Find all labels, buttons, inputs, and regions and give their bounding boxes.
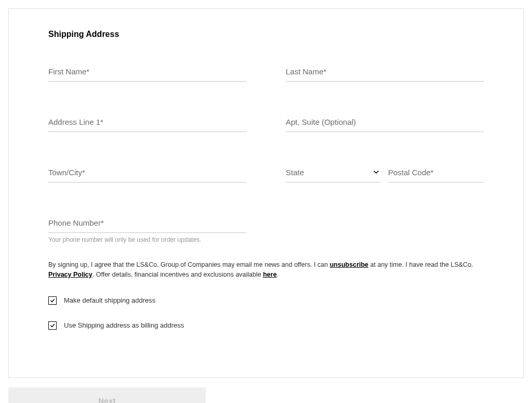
- address-line-1-input[interactable]: [48, 115, 246, 132]
- apt-field-wrap: [286, 115, 484, 132]
- legal-part1: By signing up, I agree that the LS&Co. G…: [48, 261, 330, 268]
- checkbox-use-as-billing-label: Use Shipping address as billing address: [64, 321, 184, 329]
- checkbox-default-shipping-label: Make default shipping address: [64, 296, 155, 304]
- last-name-input[interactable]: [286, 65, 484, 82]
- phone-field-wrap: Your phone number will only be used for …: [48, 216, 246, 243]
- city-state-row: State: [48, 166, 484, 183]
- postal-code-field-wrap: [388, 166, 484, 183]
- legal-part4: .: [277, 271, 278, 278]
- checkbox-default-shipping-row: Make default shipping address: [48, 296, 484, 305]
- legal-part2: at any time. I have read the LS&Co.: [368, 261, 473, 268]
- address-row: [48, 115, 484, 132]
- phone-number-input[interactable]: [48, 216, 246, 233]
- phone-helper-text: Your phone number will only be used for …: [48, 236, 246, 243]
- first-name-field-wrap: [48, 65, 246, 82]
- privacy-policy-link[interactable]: Privacy Policy: [48, 271, 92, 278]
- address1-field-wrap: [48, 115, 246, 132]
- next-button[interactable]: Next: [8, 387, 206, 404]
- postal-code-input[interactable]: [388, 166, 484, 183]
- checkbox-use-as-billing[interactable]: [48, 321, 57, 330]
- town-city-input[interactable]: [48, 166, 246, 183]
- shipping-address-panel: Shipping Address State: [8, 8, 524, 378]
- here-link[interactable]: here: [263, 271, 276, 278]
- state-select[interactable]: State: [286, 166, 381, 183]
- state-select-wrap: State: [286, 166, 381, 183]
- legal-part3: . Offer details, financial incentives an…: [92, 271, 263, 278]
- section-title: Shipping Address: [48, 30, 484, 39]
- checkbox-default-shipping[interactable]: [48, 296, 57, 305]
- town-city-field-wrap: [48, 166, 246, 183]
- legal-text: By signing up, I agree that the LS&Co. G…: [48, 260, 484, 280]
- state-postal-wrap: State: [286, 166, 484, 183]
- check-icon: [50, 323, 55, 328]
- checkbox-use-as-billing-row: Use Shipping address as billing address: [48, 321, 484, 330]
- unsubscribe-link[interactable]: unsubscribe: [330, 261, 368, 268]
- apt-suite-input[interactable]: [286, 115, 484, 132]
- name-row: [48, 65, 484, 82]
- last-name-field-wrap: [286, 65, 484, 82]
- check-icon: [50, 298, 55, 303]
- first-name-input[interactable]: [48, 65, 246, 82]
